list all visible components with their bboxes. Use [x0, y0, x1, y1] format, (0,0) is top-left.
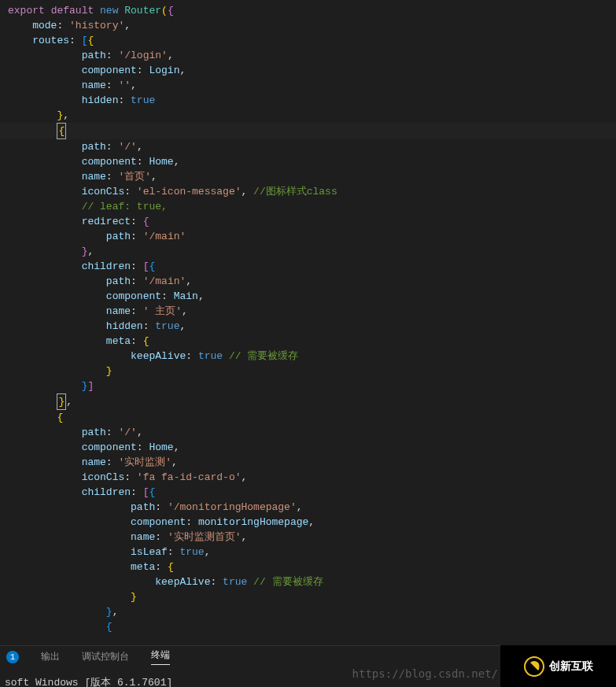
watermark-url: https://blog.csdn.net/: [352, 667, 498, 680]
brand-logo: 创新互联: [500, 645, 616, 687]
tab-output[interactable]: 输出: [41, 650, 60, 663]
problems-badge[interactable]: 1: [6, 651, 19, 663]
code-editor[interactable]: export default new Router({ mode: 'histo…: [0, 0, 616, 637]
brand-logo-text: 创新互联: [549, 659, 593, 674]
cursor: {: [57, 123, 66, 139]
tab-debug-console[interactable]: 调试控制台: [82, 650, 129, 663]
terminal-output[interactable]: soft Windows [版本 6.1.7601]: [0, 675, 172, 687]
tab-terminal[interactable]: 终端: [151, 648, 170, 665]
brand-logo-icon: [524, 656, 544, 677]
